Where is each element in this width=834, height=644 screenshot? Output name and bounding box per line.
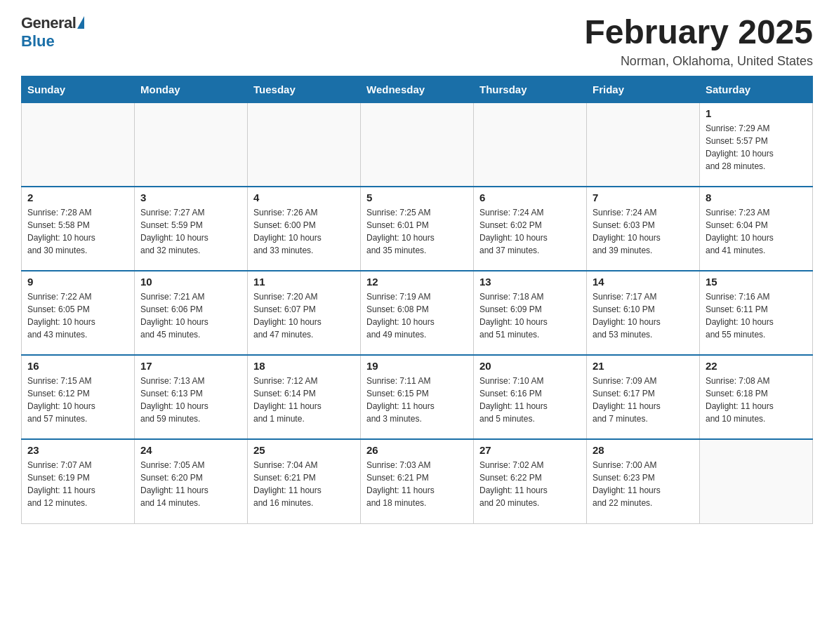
calendar-day-cell: 19Sunrise: 7:11 AM Sunset: 6:15 PM Dayli… [361,355,474,439]
day-info: Sunrise: 7:19 AM Sunset: 6:08 PM Dayligh… [366,290,468,341]
day-info: Sunrise: 7:13 AM Sunset: 6:13 PM Dayligh… [140,375,241,425]
day-number: 16 [27,360,128,372]
calendar-day-cell: 27Sunrise: 7:02 AM Sunset: 6:22 PM Dayli… [474,439,587,523]
day-number: 12 [366,276,468,288]
calendar-day-cell [135,102,248,187]
calendar-day-cell: 17Sunrise: 7:13 AM Sunset: 6:13 PM Dayli… [135,355,248,439]
day-number: 2 [27,192,128,203]
day-number: 6 [479,192,581,203]
day-info: Sunrise: 7:09 AM Sunset: 6:17 PM Dayligh… [593,375,694,425]
calendar-table: SundayMondayTuesdayWednesdayThursdayFrid… [21,76,813,524]
calendar-day-cell [474,102,587,187]
day-info: Sunrise: 7:16 AM Sunset: 6:11 PM Dayligh… [706,290,807,341]
day-number: 23 [27,444,128,456]
day-info: Sunrise: 7:08 AM Sunset: 6:18 PM Dayligh… [706,375,807,425]
day-number: 3 [140,192,241,203]
day-number: 17 [140,360,241,372]
calendar-week-row: 9Sunrise: 7:22 AM Sunset: 6:05 PM Daylig… [22,271,813,355]
day-info: Sunrise: 7:20 AM Sunset: 6:07 PM Dayligh… [253,290,355,341]
day-number: 20 [479,360,581,372]
calendar-day-cell: 12Sunrise: 7:19 AM Sunset: 6:08 PM Dayli… [361,271,474,355]
day-number: 8 [706,192,807,203]
calendar-day-cell: 15Sunrise: 7:16 AM Sunset: 6:11 PM Dayli… [700,271,813,355]
day-info: Sunrise: 7:03 AM Sunset: 6:21 PM Dayligh… [366,459,468,509]
day-number: 13 [479,276,581,288]
calendar-day-cell [700,439,813,523]
page-header: General Blue February 2025 Norman, Oklah… [21,14,813,69]
day-number: 9 [27,276,128,288]
day-info: Sunrise: 7:12 AM Sunset: 6:14 PM Dayligh… [253,375,355,425]
day-info: Sunrise: 7:29 AM Sunset: 5:57 PM Dayligh… [706,122,807,173]
day-info: Sunrise: 7:27 AM Sunset: 5:59 PM Dayligh… [140,206,241,257]
day-info: Sunrise: 7:18 AM Sunset: 6:09 PM Dayligh… [479,290,581,341]
calendar-day-cell: 26Sunrise: 7:03 AM Sunset: 6:21 PM Dayli… [361,439,474,523]
day-number: 1 [706,107,807,119]
day-info: Sunrise: 7:00 AM Sunset: 6:23 PM Dayligh… [593,459,694,509]
calendar-week-row: 16Sunrise: 7:15 AM Sunset: 6:12 PM Dayli… [22,355,813,439]
day-info: Sunrise: 7:21 AM Sunset: 6:06 PM Dayligh… [140,290,241,341]
calendar-header-row: SundayMondayTuesdayWednesdayThursdayFrid… [22,76,813,102]
day-number: 5 [366,192,468,203]
calendar-day-cell: 2Sunrise: 7:28 AM Sunset: 5:58 PM Daylig… [22,187,135,271]
calendar-day-cell [22,102,135,187]
calendar-day-cell: 4Sunrise: 7:26 AM Sunset: 6:00 PM Daylig… [248,187,361,271]
calendar-day-cell: 7Sunrise: 7:24 AM Sunset: 6:03 PM Daylig… [587,187,700,271]
calendar-weekday-tuesday: Tuesday [248,76,361,102]
day-info: Sunrise: 7:23 AM Sunset: 6:04 PM Dayligh… [706,206,807,257]
calendar-week-row: 1Sunrise: 7:29 AM Sunset: 5:57 PM Daylig… [22,102,813,187]
day-info: Sunrise: 7:02 AM Sunset: 6:22 PM Dayligh… [479,459,581,509]
calendar-day-cell: 6Sunrise: 7:24 AM Sunset: 6:02 PM Daylig… [474,187,587,271]
calendar-week-row: 23Sunrise: 7:07 AM Sunset: 6:19 PM Dayli… [22,439,813,523]
calendar-day-cell: 10Sunrise: 7:21 AM Sunset: 6:06 PM Dayli… [135,271,248,355]
calendar-day-cell: 18Sunrise: 7:12 AM Sunset: 6:14 PM Dayli… [248,355,361,439]
day-number: 19 [366,360,468,372]
day-number: 26 [366,444,468,456]
day-info: Sunrise: 7:15 AM Sunset: 6:12 PM Dayligh… [27,375,128,425]
day-number: 4 [253,192,355,203]
day-info: Sunrise: 7:24 AM Sunset: 6:02 PM Dayligh… [479,206,581,257]
calendar-day-cell: 24Sunrise: 7:05 AM Sunset: 6:20 PM Dayli… [135,439,248,523]
day-number: 11 [253,276,355,288]
calendar-day-cell: 11Sunrise: 7:20 AM Sunset: 6:07 PM Dayli… [248,271,361,355]
day-number: 21 [593,360,694,372]
day-number: 15 [706,276,807,288]
day-number: 22 [706,360,807,372]
day-info: Sunrise: 7:04 AM Sunset: 6:21 PM Dayligh… [253,459,355,509]
calendar-day-cell: 22Sunrise: 7:08 AM Sunset: 6:18 PM Dayli… [700,355,813,439]
logo-general-text: General [21,14,76,32]
calendar-weekday-saturday: Saturday [700,76,813,102]
day-number: 14 [593,276,694,288]
calendar-day-cell [587,102,700,187]
calendar-week-row: 2Sunrise: 7:28 AM Sunset: 5:58 PM Daylig… [22,187,813,271]
day-info: Sunrise: 7:10 AM Sunset: 6:16 PM Dayligh… [479,375,581,425]
day-info: Sunrise: 7:22 AM Sunset: 6:05 PM Dayligh… [27,290,128,341]
day-number: 10 [140,276,241,288]
day-number: 7 [593,192,694,203]
title-section: February 2025 Norman, Oklahoma, United S… [584,14,813,69]
calendar-day-cell: 1Sunrise: 7:29 AM Sunset: 5:57 PM Daylig… [700,102,813,187]
day-info: Sunrise: 7:17 AM Sunset: 6:10 PM Dayligh… [593,290,694,341]
day-info: Sunrise: 7:26 AM Sunset: 6:00 PM Dayligh… [253,206,355,257]
logo: General Blue [21,14,84,51]
calendar-weekday-wednesday: Wednesday [361,76,474,102]
calendar-day-cell: 5Sunrise: 7:25 AM Sunset: 6:01 PM Daylig… [361,187,474,271]
calendar-day-cell: 8Sunrise: 7:23 AM Sunset: 6:04 PM Daylig… [700,187,813,271]
calendar-weekday-sunday: Sunday [22,76,135,102]
month-title: February 2025 [584,14,813,51]
calendar-weekday-friday: Friday [587,76,700,102]
calendar-day-cell: 9Sunrise: 7:22 AM Sunset: 6:05 PM Daylig… [22,271,135,355]
day-number: 18 [253,360,355,372]
calendar-weekday-monday: Monday [135,76,248,102]
calendar-day-cell: 16Sunrise: 7:15 AM Sunset: 6:12 PM Dayli… [22,355,135,439]
calendar-day-cell: 23Sunrise: 7:07 AM Sunset: 6:19 PM Dayli… [22,439,135,523]
calendar-day-cell: 13Sunrise: 7:18 AM Sunset: 6:09 PM Dayli… [474,271,587,355]
day-number: 25 [253,444,355,456]
calendar-day-cell: 21Sunrise: 7:09 AM Sunset: 6:17 PM Dayli… [587,355,700,439]
day-number: 28 [593,444,694,456]
logo-triangle-icon [77,16,84,29]
day-number: 24 [140,444,241,456]
day-info: Sunrise: 7:28 AM Sunset: 5:58 PM Dayligh… [27,206,128,257]
calendar-day-cell [361,102,474,187]
calendar-day-cell: 14Sunrise: 7:17 AM Sunset: 6:10 PM Dayli… [587,271,700,355]
calendar-day-cell: 28Sunrise: 7:00 AM Sunset: 6:23 PM Dayli… [587,439,700,523]
